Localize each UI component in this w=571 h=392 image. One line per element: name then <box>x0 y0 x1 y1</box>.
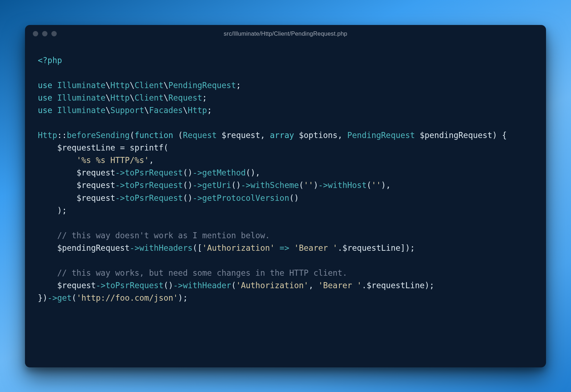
code-token: ]); <box>400 243 415 253</box>
code-token: \ <box>183 106 188 115</box>
code-token: toPsrRequest <box>125 193 183 203</box>
code-token: -> <box>96 281 106 290</box>
code-token: ), <box>381 180 391 190</box>
code-token: PendingRequest <box>347 131 415 140</box>
code-token: $requestLine <box>57 143 115 152</box>
code-token: , <box>260 131 270 140</box>
zoom-icon[interactable] <box>51 31 57 36</box>
close-icon[interactable] <box>33 31 38 36</box>
window-titlebar: src/Illuminate/Http/Client/PendingReques… <box>25 25 546 43</box>
code-token: -> <box>193 168 202 177</box>
code-token: ( <box>173 131 183 140</box>
code-token <box>38 143 57 152</box>
code-token: use <box>38 93 52 102</box>
code-token: :: <box>57 131 67 140</box>
window-controls <box>33 31 57 36</box>
code-token: }) <box>38 293 47 302</box>
code-token: withHeader <box>183 281 231 290</box>
code-token: withHost <box>328 180 367 190</box>
code-token: Http <box>188 106 207 115</box>
code-token: ( <box>231 281 236 290</box>
code-token <box>415 131 420 140</box>
code-token <box>294 131 299 140</box>
code-token: Illuminate <box>57 81 105 90</box>
code-token: $requestLine <box>342 243 400 253</box>
code-token: toPsrRequest <box>106 281 164 290</box>
code-token: PendingRequest <box>168 81 236 90</box>
code-content: <?php use Illuminate\Http\Client\Pending… <box>38 54 533 305</box>
code-token <box>38 231 57 240</box>
code-token: \ <box>144 106 149 115</box>
code-token <box>38 180 76 190</box>
code-token: \ <box>106 93 111 102</box>
code-token: use <box>38 81 52 90</box>
code-token: '%s %s HTTP/%s' <box>76 156 149 165</box>
code-token: = <box>115 143 130 152</box>
code-token: toPsrRequest <box>125 180 183 190</box>
code-editor[interactable]: <?php use Illuminate\Http\Client\Pending… <box>25 43 546 367</box>
code-token: , <box>309 281 318 290</box>
window-title: src/Illuminate/Http/Client/PendingReques… <box>25 30 546 37</box>
code-token: $request <box>222 131 260 140</box>
code-token: () <box>183 168 192 177</box>
code-token: array <box>270 131 294 140</box>
code-token: $pendingRequest <box>57 243 130 253</box>
code-token: ( <box>299 180 304 190</box>
code-token: $pendingRequest <box>420 131 492 140</box>
code-token <box>38 243 57 253</box>
code-token: . <box>338 243 343 253</box>
code-token: '' <box>372 180 381 190</box>
code-token: $request <box>57 281 96 290</box>
code-token: // this way works, but need some changes… <box>57 268 347 278</box>
code-token: ( <box>130 131 135 140</box>
code-token: , <box>149 156 154 165</box>
code-token <box>275 243 280 253</box>
code-token: -> <box>173 281 183 290</box>
code-token: 'Bearer ' <box>318 281 362 290</box>
code-token: withScheme <box>251 180 299 190</box>
code-token: beforeSending <box>67 131 130 140</box>
minimize-icon[interactable] <box>42 31 47 36</box>
code-token: get <box>57 293 72 302</box>
code-token <box>38 168 76 177</box>
code-token: ); <box>425 281 434 290</box>
code-token: ; <box>207 106 212 115</box>
code-token: Http <box>38 131 57 140</box>
code-token: ); <box>38 206 67 215</box>
code-token <box>52 106 57 115</box>
code-token: ; <box>236 81 241 90</box>
code-token: withHeaders <box>139 243 192 253</box>
code-token: Request <box>168 93 202 102</box>
code-token: () <box>163 281 173 290</box>
code-window: src/Illuminate/Http/Client/PendingReques… <box>25 25 546 367</box>
code-token: $request <box>76 168 115 177</box>
code-token: () <box>183 193 192 203</box>
code-token: Client <box>135 81 163 90</box>
code-token <box>38 268 57 278</box>
code-token: \ <box>106 106 111 115</box>
code-token <box>52 93 57 102</box>
code-token: \ <box>163 93 168 102</box>
code-token: 'Authorization' <box>236 281 308 290</box>
code-token: -> <box>241 180 251 190</box>
code-token: , <box>338 131 347 140</box>
code-token: Http <box>110 93 130 102</box>
code-token: Facades <box>149 106 183 115</box>
code-token: ) { <box>492 131 507 140</box>
code-token: Client <box>135 93 163 102</box>
code-token: getUri <box>202 180 231 190</box>
code-token <box>289 243 294 253</box>
code-token: -> <box>193 180 202 190</box>
code-token: (), <box>246 168 261 177</box>
code-token: $request <box>76 180 115 190</box>
code-token: function <box>135 131 173 140</box>
code-token: ([ <box>193 243 202 253</box>
code-token: Request <box>183 131 217 140</box>
code-token: -> <box>318 180 328 190</box>
code-token: ; <box>202 93 207 102</box>
code-token: $requestLine <box>367 281 425 290</box>
code-token: -> <box>130 243 139 253</box>
code-token: ( <box>367 180 372 190</box>
code-token: -> <box>193 193 202 203</box>
code-token: \ <box>163 81 168 90</box>
